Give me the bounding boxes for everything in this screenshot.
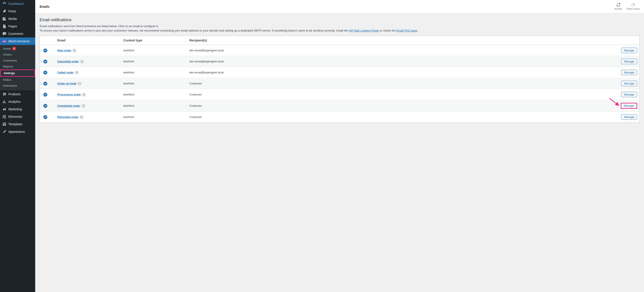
manage-button[interactable]: Manage <box>621 114 637 120</box>
manage-button[interactable]: Manage <box>621 92 637 97</box>
elementor-icon <box>2 114 6 119</box>
comments-icon <box>2 32 6 36</box>
activity-dot <box>619 3 620 4</box>
sidebar-item-dashboard[interactable]: Dashboard <box>0 0 35 8</box>
dashboard-icon <box>2 2 6 6</box>
analytics-icon <box>2 99 6 104</box>
manage-button[interactable]: Manage <box>621 48 637 53</box>
section-description: Email notifications sent from WooCommerc… <box>40 24 640 33</box>
wp-mail-logging-link[interactable]: WP Mail Logging Plugin <box>349 29 379 32</box>
admin-sidebar: DashboardPostsMediaPagesCommentsWooWooCo… <box>0 0 35 292</box>
svg-rect-3 <box>4 117 6 118</box>
page-title: Emails <box>40 5 50 8</box>
recipient-cell: dev-email@wpengine.local <box>187 56 616 67</box>
submenu-item-reports[interactable]: Reports <box>0 64 35 69</box>
manage-button[interactable]: Manage <box>621 81 637 86</box>
svg-rect-2 <box>4 116 6 117</box>
email-row: Cancelled order?text/htmldev-email@wpeng… <box>40 56 640 67</box>
activity-button[interactable]: Activity <box>614 3 622 10</box>
status-enabled-icon <box>43 82 47 86</box>
email-name-link[interactable]: New order <box>58 49 72 52</box>
topbar: Emails Activity Finish setup <box>35 0 644 13</box>
sidebar-item-label: Elementor <box>8 115 22 118</box>
help-icon[interactable]: ? <box>80 115 84 119</box>
sidebar-item-marketing[interactable]: Marketing <box>0 105 35 113</box>
sidebar-item-products[interactable]: Products <box>0 90 35 98</box>
help-icon[interactable]: ? <box>82 93 86 96</box>
submenu-item-label: Status <box>3 78 11 81</box>
recipient-cell: Customer <box>187 112 616 123</box>
col-email[interactable]: Email <box>55 36 121 45</box>
content-type-cell: text/html <box>121 56 187 67</box>
svg-rect-4 <box>617 4 620 7</box>
email-name-link[interactable]: Refunded order <box>58 115 79 119</box>
manage-button[interactable]: Manage <box>621 103 637 109</box>
email-name-link[interactable]: Completed order <box>58 104 80 107</box>
email-name-link[interactable]: Processing order <box>58 93 81 96</box>
sidebar-item-analytics[interactable]: Analytics <box>0 98 35 105</box>
email-row: Failed order?text/htmldev-email@wpengine… <box>40 67 640 78</box>
woo-icon: Woo <box>2 39 6 43</box>
submenu-item-extensions[interactable]: Extensions <box>0 83 35 89</box>
sidebar-item-label: Templates <box>8 122 22 126</box>
recipient-cell: Customer <box>187 100 616 112</box>
sidebar-item-comments[interactable]: Comments <box>0 30 35 38</box>
media-icon <box>2 17 6 21</box>
submenu-item-home[interactable]: Home4 <box>0 45 35 52</box>
help-icon[interactable]: ? <box>78 82 81 85</box>
help-icon[interactable]: ? <box>82 104 85 108</box>
recipient-cell: dev-email@wpengine.local <box>187 67 616 78</box>
content-type-cell: text/html <box>121 78 187 89</box>
recipient-cell: Customer <box>187 89 616 100</box>
sidebar-item-label: Marketing <box>8 107 22 111</box>
email-row: Completed order?text/htmlCustomerManage <box>40 100 640 112</box>
main-area: Emails Activity Finish setup E <box>35 0 644 292</box>
products-icon <box>2 92 6 96</box>
appearance-icon <box>2 129 6 134</box>
sidebar-item-appearance[interactable]: Appearance <box>0 128 35 135</box>
submenu-item-status[interactable]: Status <box>0 77 35 83</box>
svg-rect-1 <box>4 115 6 116</box>
templates-icon <box>2 122 6 126</box>
sidebar-item-label: Products <box>8 92 20 96</box>
finish-setup-button[interactable]: Finish setup <box>626 3 640 10</box>
email-table: Email Content type Recipient(s) New orde… <box>40 36 640 123</box>
email-faq-link[interactable]: Email FAQ page <box>396 29 417 32</box>
help-icon[interactable]: ? <box>80 60 84 63</box>
submenu-item-settings[interactable]: Settings <box>0 69 35 77</box>
recipient-cell: Customer <box>187 78 616 89</box>
submenu-item-orders[interactable]: Orders <box>0 52 35 58</box>
submenu-item-label: Extensions <box>3 84 17 87</box>
col-content-type[interactable]: Content type <box>121 36 187 45</box>
sidebar-item-pages[interactable]: Pages <box>0 23 35 30</box>
sidebar-item-label: Posts <box>8 10 16 13</box>
svg-rect-0 <box>3 115 4 118</box>
manage-button[interactable]: Manage <box>621 70 637 75</box>
sidebar-item-templates[interactable]: Templates <box>0 120 35 128</box>
email-name-link[interactable]: Failed order <box>58 71 74 74</box>
manage-button[interactable]: Manage <box>621 59 637 64</box>
progress-ring-icon <box>631 3 635 7</box>
email-name-link[interactable]: Cancelled order <box>58 60 79 63</box>
pin-icon <box>2 9 6 14</box>
sidebar-item-woocommerce[interactable]: WooWooCommerce <box>0 38 35 45</box>
sidebar-item-media[interactable]: Media <box>0 15 35 23</box>
email-row: Refunded order?text/htmlCustomerManage <box>40 112 640 123</box>
email-name-link[interactable]: Order on-hold <box>58 82 76 85</box>
badge: 4 <box>12 47 16 50</box>
sidebar-item-elementor[interactable]: Elementor <box>0 113 35 120</box>
col-recipients[interactable]: Recipient(s) <box>187 36 616 45</box>
help-icon[interactable]: ? <box>75 71 78 74</box>
sidebar-item-label: Appearance <box>8 130 25 133</box>
finish-setup-label: Finish setup <box>626 8 640 10</box>
activity-label: Activity <box>614 8 622 10</box>
content-type-cell: text/html <box>121 45 187 56</box>
sidebar-item-label: WooCommerce <box>8 40 30 43</box>
status-enabled-icon <box>43 60 47 64</box>
sidebar-item-posts[interactable]: Posts <box>0 8 35 15</box>
content-type-cell: text/html <box>121 112 187 123</box>
submenu-item-label: Settings <box>4 71 15 75</box>
help-icon[interactable]: ? <box>73 49 76 52</box>
sidebar-item-label: Analytics <box>8 100 21 103</box>
submenu-item-customers[interactable]: Customers <box>0 58 35 64</box>
